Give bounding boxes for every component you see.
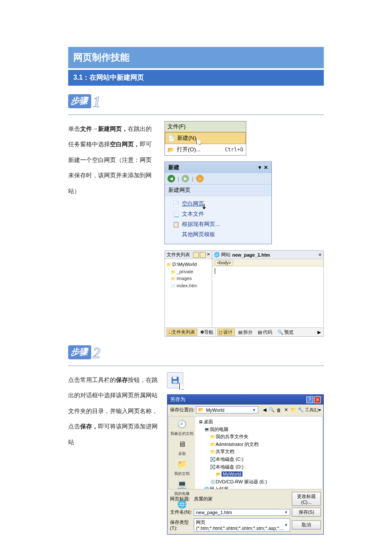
tree-row[interactable]: 📁共享文档 — [198, 448, 320, 456]
save-button[interactable]: 保存(S) — [292, 508, 321, 517]
places-desktop[interactable]: 🖥桌面 — [175, 438, 189, 457]
view-split[interactable]: ▤拆分 — [237, 329, 254, 335]
tree-item[interactable]: images — [167, 275, 210, 282]
tp-item-other-template[interactable]: 其他网页模板 — [165, 229, 271, 240]
folder-tree[interactable]: D:\MyWorld _private images index.htm — [165, 259, 212, 327]
step-text: 步骤 — [68, 345, 91, 359]
tag-breadcrumb[interactable]: <body> — [212, 259, 323, 266]
filename-input[interactable]: new_page_1.htm▼ — [194, 509, 290, 516]
tree-row[interactable]: 🌐网上邻居 — [198, 486, 320, 489]
task-pane-nav: ◄ | ► | ⌂ — [165, 173, 271, 185]
menu-item-shortcut: Ctrl+O — [225, 147, 243, 153]
from-existing-icon: 📋 — [173, 221, 179, 228]
editor-canvas[interactable] — [212, 266, 323, 327]
tree-row[interactable]: 📁Administrator 的文档 — [198, 441, 320, 448]
tab-website[interactable]: 🌐 网站 — [214, 251, 231, 258]
close-button[interactable]: ✕ — [314, 396, 321, 403]
blank-page-icon: 📄 — [173, 200, 179, 207]
filetype-select[interactable]: 网页 (*.htm;*.html;*.shtml;*.shtm;*.stm;*.… — [194, 518, 290, 532]
saveas-sidebar: 🕘我最近的文档 🖥桌面 📁我的文档 💻我的电脑 🌐 — [169, 416, 195, 489]
menu-item-new[interactable]: 📄 新建(N).. — [165, 132, 246, 144]
tb-search-icon[interactable]: 🔍 — [269, 407, 275, 413]
page-title-label: 网页标题: — [170, 496, 192, 502]
tree-row[interactable]: 💿DVD/CD-RW 驱动器 (E:) — [198, 478, 320, 486]
tab-newpage[interactable]: new_page_1.htm — [232, 252, 270, 257]
nav-fwd-icon[interactable]: ► — [182, 175, 189, 182]
saveas-tree[interactable]: 🖥桌面 💻我的电脑 📁我的共享文件夹 📁Administrator 的文档 📁共… — [195, 416, 322, 489]
folder-list-header: 文件夹列表 ✕ — [165, 251, 212, 259]
tree-row[interactable]: 🖥桌面 — [198, 418, 320, 426]
svg-rect-2 — [173, 381, 178, 383]
new-file-icon: 📄 — [168, 135, 175, 142]
close-mini-icon[interactable]: ✕ — [207, 252, 210, 258]
nav-home-icon[interactable]: ⌂ — [196, 175, 204, 182]
template-icon — [173, 231, 179, 238]
tp-item-label: 其他网页模板 — [182, 231, 215, 238]
text: 即可新建一个空白网页（注意：网页未保存时，该网页并未添加到网站） — [68, 141, 152, 194]
text: 点击常用工具栏的 — [68, 376, 116, 383]
location-combo[interactable]: 📂 MyWorld▼ — [196, 406, 258, 413]
saveas-toolbar: ◀ 🔍 🗑 ✕ 📁 🔧 工具(L)▾ — [262, 407, 321, 413]
tb-tools-icon[interactable]: 🔧 — [298, 407, 304, 413]
menu-item-open[interactable]: 📂 打开(O)... Ctrl+O — [165, 144, 246, 155]
saveas-dialog: 另存为 ? ✕ 保存位置(I): 📂 MyWorld▼ ◀ 🔍 🗑 — [167, 394, 324, 535]
text-bold: 空白网页， — [110, 141, 140, 147]
help-button[interactable]: ? — [306, 396, 313, 403]
text-bold: 保存 — [116, 376, 128, 383]
step1-instructions: 单击文件→新建网页，在跳出的任务窗格中选择空白网页，即可新建一个空白网页（注意：… — [68, 121, 157, 199]
places-mydocs[interactable]: 📁我的文档 — [174, 458, 190, 477]
tree-item[interactable]: index.htm — [167, 282, 210, 289]
tp-item-label: 根据现有网页... — [182, 220, 220, 228]
tb-tools-label[interactable]: 工具(L)▾ — [305, 407, 321, 413]
new-folder-mini-icon[interactable] — [200, 252, 206, 258]
task-pane-header: 新建 ▼ ✕ — [165, 162, 271, 173]
editor-tabs: 🌐 网站 new_page_1.htm ✕ — [212, 251, 323, 259]
view-preview[interactable]: 🔍预览 — [277, 329, 295, 335]
tp-item-label: 文本文件 — [182, 210, 204, 218]
tb-newfolder-icon[interactable]: 📁 — [291, 407, 297, 413]
tp-item-blank-page[interactable]: 📄 空白网页 — [165, 199, 271, 209]
editor-status-bar: □文件夹列表 ✽导航 ◻设计 ▤拆分 ▤代码 🔍预览 ▶ — [165, 327, 323, 336]
menu-item-label: 打开(O)... — [177, 146, 201, 153]
nav-back-icon[interactable]: ◄ — [167, 175, 175, 182]
status-folderlist[interactable]: □文件夹列表 — [167, 329, 197, 336]
folder-list-title: 文件夹列表 — [167, 251, 190, 258]
tp-item-label: 空白网页 — [182, 200, 204, 208]
new-page-mini-icon[interactable] — [193, 252, 199, 258]
divider — [68, 114, 324, 115]
step-number: 2 — [93, 347, 101, 359]
tree-row[interactable]: 💽本地磁盘 (D:) — [198, 463, 320, 471]
tree-row[interactable]: 💽本地磁盘 (C:) — [198, 456, 320, 463]
places-mycomputer[interactable]: 💻我的电脑 — [174, 478, 190, 497]
file-menu-window: 文件(F) 📄 新建(N).. 📂 打开(O)... Ctrl+O — [164, 121, 246, 156]
saveas-titlebar: 另存为 ? ✕ — [167, 395, 323, 405]
file-menu-title[interactable]: 文件(F) — [165, 121, 246, 132]
cancel-button[interactable]: 取消 — [292, 520, 321, 529]
text: 单击 — [68, 125, 80, 132]
task-pane-section-title: 新建网页 — [165, 185, 271, 196]
tp-item-text-file[interactable]: 📃 文本文件 — [165, 209, 271, 219]
places-recent[interactable]: 🕘我最近的文档 — [170, 418, 193, 436]
tb-back-icon[interactable]: ◀ — [262, 407, 268, 413]
view-code[interactable]: ▤代码 — [257, 329, 274, 335]
tree-row[interactable]: 💻我的电脑 — [198, 426, 320, 434]
save-button-chip[interactable] — [167, 372, 183, 388]
step-number: 1 — [93, 96, 101, 108]
doc-title: 网页制作技能 — [68, 47, 324, 68]
view-design[interactable]: ◻设计 — [217, 329, 235, 336]
tp-item-from-existing[interactable]: 📋 根据现有网页... — [165, 219, 271, 229]
tab-close-icon[interactable]: ✕ — [318, 252, 322, 257]
tree-row[interactable]: 📁我的共享文件夹 — [198, 433, 320, 441]
tree-row-selected[interactable]: 📂MyWorld — [198, 471, 320, 478]
task-pane-controls[interactable]: ▼ ✕ — [257, 165, 268, 171]
change-title-button[interactable]: 更改标题(C)... — [292, 492, 321, 506]
step1-label: 步骤 1 — [68, 94, 101, 108]
open-folder-icon: 📂 — [167, 146, 174, 153]
tree-root[interactable]: D:\MyWorld — [167, 261, 210, 268]
tb-delete-icon[interactable]: 🗑 — [276, 407, 282, 413]
status-nav[interactable]: ✽导航 — [200, 329, 213, 335]
tb-close-icon[interactable]: ✕ — [283, 407, 289, 413]
saveas-title-text: 另存为 — [170, 396, 185, 403]
status-arrow-icon[interactable]: ▶ — [317, 330, 322, 335]
tree-item[interactable]: _private — [167, 268, 210, 275]
